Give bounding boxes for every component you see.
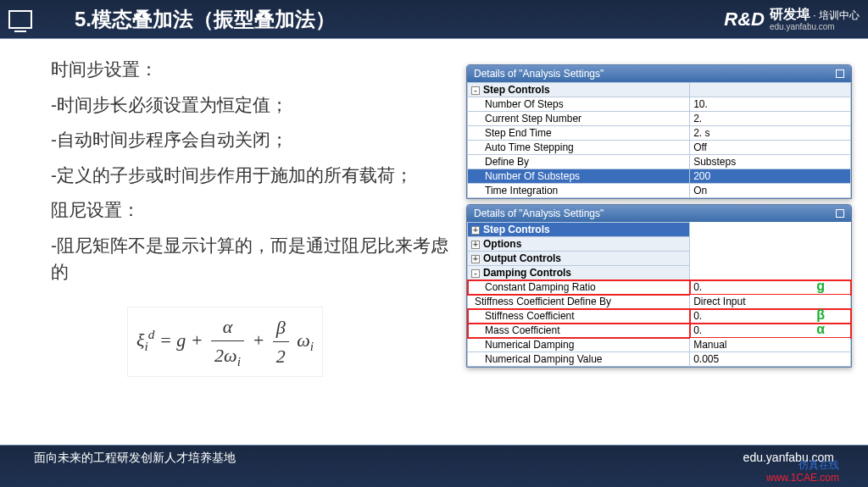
section-output[interactable]: Output Controls [483, 252, 561, 264]
row-auto-ts: Auto Time Stepping [468, 141, 690, 155]
row-num-substeps: Number Of Substeps [468, 169, 690, 184]
brand-url: edu.yanfabu.com [770, 22, 860, 31]
greek-alpha: α [816, 322, 825, 337]
slide-content: 时间步设置： -时间步长必须设置为恒定值； -自动时间步程序会自动关闭； -定义… [0, 39, 868, 444]
section-options[interactable]: Options [483, 238, 521, 250]
panel-2-title: Details of "Analysis Settings" [467, 205, 851, 222]
analysis-settings-panel-1: Details of "Analysis Settings" -Step Con… [466, 64, 852, 199]
row-cdr: Constant Damping Ratio [468, 280, 690, 295]
panel-2-title-text: Details of "Analysis Settings" [474, 208, 604, 219]
row-ndv: Numerical Damping Value [468, 352, 690, 367]
row-mc: Mass Coefficient [468, 324, 690, 338]
equation: ξid = g + α2ωi + β2 ωi [127, 307, 323, 378]
row-scdb: Stiffness Coefficient Define By [468, 295, 690, 309]
slide-footer: 面向未来的工程研发创新人才培养基地 edu.yanfabu.com 仿真在线 w… [0, 445, 868, 487]
row-define-by: Define By [468, 155, 690, 169]
analysis-settings-panel-2: Details of "Analysis Settings" +Step Con… [466, 204, 852, 368]
para-5: 阻尼设置： [51, 196, 453, 224]
para-4: -定义的子步或时间步作用于施加的所有载荷； [51, 162, 453, 189]
brand-logo-area: R&D 研发埠 · 培训中心 edu.yanfabu.com [724, 7, 860, 31]
panel-1-title-text: Details of "Analysis Settings" [474, 68, 604, 80]
row-step-end: Step End Time [468, 126, 690, 141]
minimize-icon[interactable] [836, 209, 844, 218]
para-3: -自动时间步程序会自动关闭； [51, 126, 453, 153]
row-nd: Numerical Damping [468, 338, 690, 352]
greek-g: g [816, 279, 825, 294]
row-time-int: Time Integration [468, 184, 690, 198]
brand-suffix: · 培训中心 [813, 9, 860, 21]
row-current-step: Current Step Number [468, 112, 690, 126]
greek-beta: β [816, 307, 825, 323]
watermark-line1: 仿真在线 [766, 459, 839, 471]
watermark-line2: www.1CAE.com [766, 472, 839, 484]
para-1: 时间步设置： [51, 56, 453, 83]
brand-rd: R&D [724, 8, 765, 30]
row-sc: Stiffness Coefficient [468, 309, 690, 324]
para-2: -时间步长必须设置为恒定值； [51, 91, 453, 119]
minimize-icon[interactable] [836, 69, 844, 78]
text-column: 时间步设置： -时间步长必须设置为恒定值； -自动时间步程序会自动关闭； -定义… [0, 56, 462, 444]
footer-left: 面向未来的工程研发创新人才培养基地 [34, 451, 236, 466]
section-step-controls[interactable]: Step Controls [483, 84, 550, 96]
panels-column: Details of "Analysis Settings" -Step Con… [462, 56, 865, 444]
row-num-steps: Number Of Steps [468, 97, 690, 112]
watermark: 仿真在线 www.1CAE.com [766, 459, 839, 484]
para-6: -阻尼矩阵不是显示计算的，而是通过阻尼比来考虑的 [51, 232, 453, 285]
slide-title: 5.模态叠加法（振型叠加法） [75, 6, 336, 33]
brand-main: 研发埠 [770, 7, 810, 21]
section-damping[interactable]: Damping Controls [483, 267, 571, 279]
section-step-controls-2[interactable]: Step Controls [483, 224, 550, 235]
slide-header: 5.模态叠加法（振型叠加法） R&D 研发埠 · 培训中心 edu.yanfab… [0, 0, 868, 39]
panel-1-title: Details of "Analysis Settings" [467, 65, 851, 82]
monitor-icon [8, 10, 32, 29]
